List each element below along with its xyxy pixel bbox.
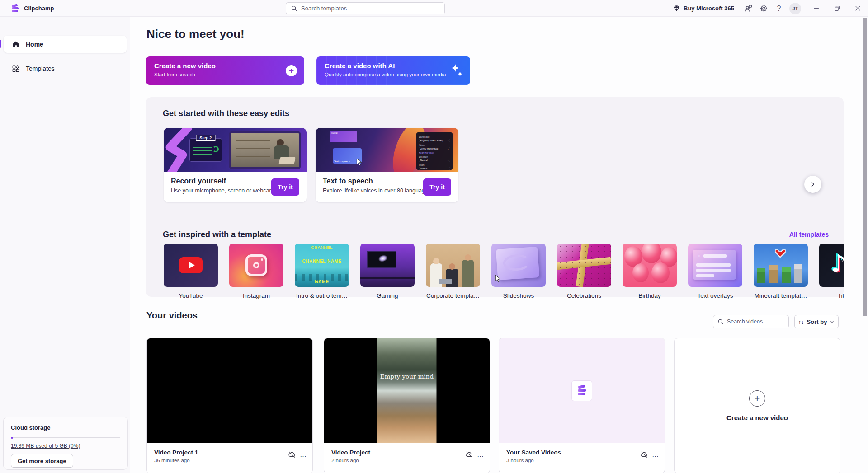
clipchamp-logo-icon <box>11 4 20 13</box>
sort-by-button[interactable]: ↑↓ Sort by <box>794 315 839 328</box>
sidebar-item-label: Home <box>26 41 43 48</box>
carousel-next-button[interactable] <box>804 176 821 193</box>
chevron-right-icon <box>810 181 816 187</box>
youtube-play-icon <box>179 257 203 273</box>
active-item-indicator <box>0 40 1 48</box>
search-icon <box>717 318 724 325</box>
sidebar-item-templates[interactable]: Templates <box>4 60 127 77</box>
home-icon <box>12 40 20 48</box>
video-thumbnail: Empty your mind <box>324 338 490 443</box>
easy-edits-section: Get started with these easy edits Step 2… <box>146 97 844 297</box>
create-new-video-card[interactable]: + Create a new video <box>674 338 840 473</box>
template-intro-outro[interactable]: CHANNEL CHANNEL NAME NAME Intro & outro … <box>295 244 349 299</box>
template-search-box[interactable] <box>286 2 445 14</box>
all-templates-link[interactable]: All templates <box>789 231 829 238</box>
feedback-icon[interactable] <box>741 0 756 17</box>
sidebar: Home Templates Cloud storage 19.39 MB us… <box>0 17 130 473</box>
main-content: Nice to meet you! Create a new video Sta… <box>130 17 868 473</box>
sort-arrows-icon: ↑↓ <box>798 318 804 325</box>
text-to-speech-thumbnail: Audio Text to speech Language English (U… <box>316 128 458 172</box>
pixel-heart-icon <box>774 248 786 258</box>
screen-recording-overlay: Step 2 <box>189 138 222 162</box>
plus-icon: + <box>286 65 297 76</box>
audio-mini-card: Audio <box>330 131 357 142</box>
template-gaming[interactable]: Gaming <box>360 244 415 299</box>
text-to-speech-card[interactable]: Audio Text to speech Language English (U… <box>316 128 458 202</box>
create-new-video-button[interactable]: Create a new video Start from scratch + <box>146 56 304 85</box>
video-timestamp: 2 hours ago <box>331 458 482 463</box>
buy-microsoft-365-button[interactable]: Buy Microsoft 365 <box>673 5 734 12</box>
cloud-off-icon <box>640 450 648 459</box>
instagram-logo-icon <box>245 254 267 276</box>
video-title: Video Project <box>331 449 482 456</box>
cloud-storage-title: Cloud storage <box>11 424 120 431</box>
gaming-monitor <box>367 251 396 268</box>
text-to-speech-try-button[interactable]: Try it <box>423 178 451 196</box>
template-carousel: YouTube Instagram CHANNEL CHANNEL NAME N… <box>164 244 844 311</box>
storage-progress-bar <box>11 437 120 438</box>
app-title: Clipchamp <box>24 5 54 12</box>
template-tiktok[interactable]: ♪ TikTok <box>819 244 844 299</box>
video-timestamp: 3 hours ago <box>506 458 657 463</box>
template-search-input[interactable] <box>301 5 440 12</box>
record-yourself-thumbnail: Step 2 <box>164 128 307 172</box>
cursor-arrow-icon <box>356 159 363 166</box>
create-video-with-ai-button[interactable]: Create a video with AI Quickly auto comp… <box>316 56 470 85</box>
sidebar-item-home[interactable]: Home <box>4 36 127 53</box>
minimize-button[interactable] <box>806 0 826 17</box>
tts-settings-panel: Language English (United States)⌄ Voice … <box>416 132 453 170</box>
help-icon[interactable]: ? <box>771 0 787 17</box>
video-card-1[interactable]: Video Project 1 36 minutes ago … <box>146 338 313 473</box>
template-celebrations[interactable]: Celebrations <box>557 244 611 299</box>
video-overlay-text: Empty your mind <box>377 372 437 381</box>
step-label: Step 2 <box>196 135 215 141</box>
chevron-down-icon <box>830 319 835 324</box>
titlebar: Clipchamp Buy Microsoft 365 ? JT <box>0 0 868 17</box>
settings-gear-icon[interactable] <box>756 0 771 17</box>
restore-button[interactable] <box>826 0 847 17</box>
video-title: Your Saved Videos <box>506 449 657 456</box>
template-instagram[interactable]: Instagram <box>229 244 283 299</box>
cloud-off-icon <box>465 450 473 459</box>
video-timestamp: 36 minutes ago <box>154 458 305 463</box>
user-avatar[interactable]: JT <box>789 3 801 14</box>
vertical-scrollbar[interactable] <box>862 17 868 473</box>
templates-icon <box>12 65 20 73</box>
video-search-input[interactable] <box>727 318 777 325</box>
clipchamp-logo-icon <box>571 380 592 401</box>
diamond-icon <box>673 5 680 12</box>
video-thumbnail <box>147 338 312 443</box>
more-options-icon[interactable]: … <box>300 452 307 457</box>
template-corporate[interactable]: Corporate templa… <box>426 244 480 299</box>
video-title: Video Project 1 <box>154 449 305 456</box>
tiktok-logo-icon: ♪ <box>831 250 844 277</box>
webcam-photo <box>229 131 301 169</box>
cloud-storage-card: Cloud storage 19.39 MB used of 5 GB (0%)… <box>3 417 128 470</box>
template-birthday[interactable]: Birthday <box>623 244 677 299</box>
video-thumbnail <box>499 338 665 443</box>
video-card-saved[interactable]: Your Saved Videos 3 hours ago … <box>499 338 665 473</box>
plus-circle-icon: + <box>749 390 765 407</box>
record-yourself-try-button[interactable]: Try it <box>271 178 299 196</box>
more-options-icon[interactable]: … <box>652 452 659 457</box>
template-minecraft[interactable]: Minecraft templat… <box>754 244 808 299</box>
sidebar-item-label: Templates <box>26 65 55 72</box>
template-slideshows[interactable]: Slideshows <box>491 244 546 299</box>
more-options-icon[interactable]: … <box>477 452 484 457</box>
sparkles-icon <box>450 63 464 79</box>
get-more-storage-button[interactable]: Get more storage <box>11 454 73 468</box>
video-card-2[interactable]: Empty your mind Video Project 2 hours ag… <box>324 338 490 473</box>
cloud-off-icon <box>288 450 296 459</box>
storage-usage-link[interactable]: 19.39 MB used of 5 GB (0%) <box>11 443 80 449</box>
close-button[interactable] <box>847 0 868 17</box>
video-search-box[interactable] <box>713 315 789 328</box>
your-videos-heading: Your videos <box>146 310 198 321</box>
template-text-overlays[interactable]: T Text overlays <box>688 244 742 299</box>
templates-heading: Get inspired with a template <box>163 230 271 239</box>
easy-edits-heading: Get started with these easy edits <box>163 109 289 118</box>
cursor-arrow-icon <box>495 275 501 282</box>
search-icon <box>291 5 297 12</box>
scrollbar-thumb[interactable] <box>863 18 867 316</box>
template-youtube[interactable]: YouTube <box>164 244 218 299</box>
record-yourself-card[interactable]: Step 2 Record yourself Use your micropho… <box>164 128 307 202</box>
